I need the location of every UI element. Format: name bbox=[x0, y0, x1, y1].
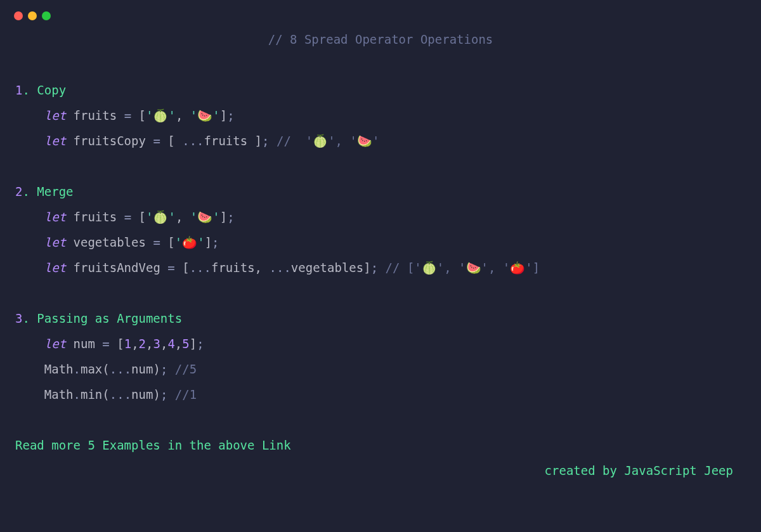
comma: , bbox=[255, 259, 270, 276]
inline-comment: // '🍈', '🍉' bbox=[276, 133, 379, 150]
maximize-icon[interactable] bbox=[42, 11, 51, 20]
inline-comment: //5 bbox=[175, 361, 197, 378]
var-name: fruitsAndVeg bbox=[74, 259, 160, 276]
paren-open: ( bbox=[102, 386, 109, 403]
quote: ' bbox=[197, 234, 204, 251]
number-literal: 3 bbox=[153, 335, 160, 353]
close-icon[interactable] bbox=[14, 11, 23, 20]
emoji-watermelon-icon: 🍉 bbox=[197, 209, 212, 226]
bracket-open: [ bbox=[139, 107, 146, 124]
bracket-open: [ bbox=[117, 335, 124, 353]
bracket-open: [ bbox=[139, 209, 146, 226]
number-literal: 2 bbox=[139, 335, 146, 353]
blank-line bbox=[15, 280, 746, 306]
var-name: fruitsCopy bbox=[74, 133, 146, 150]
comma: , bbox=[160, 335, 167, 353]
var-ref: num bbox=[131, 361, 153, 378]
semicolon: ; bbox=[160, 361, 175, 378]
keyword-let: let bbox=[44, 335, 66, 353]
comma: , bbox=[175, 335, 182, 353]
var-ref: vegetables bbox=[291, 259, 363, 276]
comma: , bbox=[176, 209, 190, 226]
indent bbox=[15, 234, 44, 251]
quote: ' bbox=[168, 209, 175, 226]
bracket-close: ] bbox=[247, 133, 262, 150]
quote: ' bbox=[146, 107, 153, 124]
var-ref: fruits bbox=[204, 133, 248, 150]
code-line: let fruitsCopy = [ ... fruits ] ; // '🍈'… bbox=[15, 128, 746, 153]
paren-close: ) bbox=[153, 361, 160, 378]
space bbox=[66, 234, 73, 251]
keyword-let: let bbox=[44, 209, 66, 226]
space bbox=[117, 107, 124, 124]
quote: ' bbox=[175, 234, 182, 251]
var-name: num bbox=[74, 335, 95, 353]
spread-operator: ... bbox=[110, 386, 131, 403]
var-ref: fruits bbox=[211, 259, 255, 276]
section-title: Passing as Arguments bbox=[37, 310, 182, 327]
section-dot: . bbox=[22, 183, 37, 200]
section-number: 2 bbox=[15, 183, 22, 200]
semicolon: ; bbox=[371, 259, 386, 276]
indent bbox=[15, 361, 44, 378]
space bbox=[66, 133, 73, 150]
blank-line bbox=[15, 407, 746, 432]
space bbox=[160, 234, 167, 251]
space bbox=[110, 335, 117, 353]
code-line: let num = [ 1 , 2 , 3 , 4 , 5 ] ; bbox=[15, 331, 746, 356]
bracket-close: ] bbox=[220, 107, 227, 124]
section-1-header: 1 . Copy bbox=[15, 77, 746, 103]
space bbox=[66, 335, 73, 353]
bracket-close: ] bbox=[190, 335, 197, 353]
number-literal: 4 bbox=[167, 335, 174, 353]
paren-close: ) bbox=[153, 386, 160, 403]
indent bbox=[15, 335, 44, 353]
minimize-icon[interactable] bbox=[28, 11, 37, 20]
semicolon: ; bbox=[227, 107, 234, 124]
spread-operator: ... bbox=[270, 259, 291, 276]
bracket-close: ] bbox=[205, 234, 212, 251]
var-name: fruits bbox=[74, 107, 117, 124]
quote: ' bbox=[146, 209, 153, 226]
object-ref: Math bbox=[44, 386, 74, 403]
quote: ' bbox=[190, 209, 197, 226]
code-line: let fruitsAndVeg = [ ... fruits , ... ve… bbox=[15, 255, 746, 280]
space bbox=[95, 335, 102, 353]
attribution-text: created by JavaScript Jeep bbox=[545, 462, 733, 479]
inline-comment: //1 bbox=[175, 386, 197, 403]
semicolon: ; bbox=[197, 335, 204, 353]
space bbox=[175, 259, 182, 276]
read-more-text: Read more 5 Examples in the above Link bbox=[15, 437, 291, 454]
number-literal: 1 bbox=[124, 335, 131, 353]
space bbox=[160, 259, 167, 276]
space bbox=[146, 133, 153, 150]
space bbox=[66, 259, 73, 276]
blank-line bbox=[15, 153, 746, 179]
semicolon: ; bbox=[160, 386, 175, 403]
comma: , bbox=[176, 107, 190, 124]
indent bbox=[15, 107, 44, 124]
space bbox=[131, 209, 138, 226]
title-comment-line: // 8 Spread Operator Operations bbox=[15, 27, 746, 52]
code-window: // 8 Spread Operator Operations 1 . Copy… bbox=[0, 0, 761, 532]
keyword-let: let bbox=[44, 107, 66, 124]
emoji-tomato-icon: 🍅 bbox=[182, 234, 197, 251]
object-ref: Math bbox=[44, 361, 74, 378]
space bbox=[66, 107, 73, 124]
blank-line bbox=[15, 52, 746, 77]
inline-comment: // ['🍈', '🍉', '🍅'] bbox=[386, 259, 540, 276]
equals: = bbox=[153, 133, 160, 150]
section-3-header: 3 . Passing as Arguments bbox=[15, 306, 746, 331]
code-line: let fruits = [ ' 🍈 ' , ' 🍉 ' ] ; bbox=[15, 103, 746, 128]
bracket-open: [ bbox=[167, 133, 182, 150]
spread-operator: ... bbox=[110, 361, 131, 378]
code-content: // 8 Spread Operator Operations 1 . Copy… bbox=[0, 20, 761, 483]
indent bbox=[15, 133, 44, 150]
semicolon: ; bbox=[212, 234, 219, 251]
bracket-close: ] bbox=[220, 209, 227, 226]
section-dot: . bbox=[22, 310, 37, 327]
bracket-close: ] bbox=[363, 259, 370, 276]
emoji-watermelon-icon: 🍉 bbox=[197, 107, 212, 124]
equals: = bbox=[102, 335, 109, 353]
keyword-let: let bbox=[44, 234, 66, 251]
